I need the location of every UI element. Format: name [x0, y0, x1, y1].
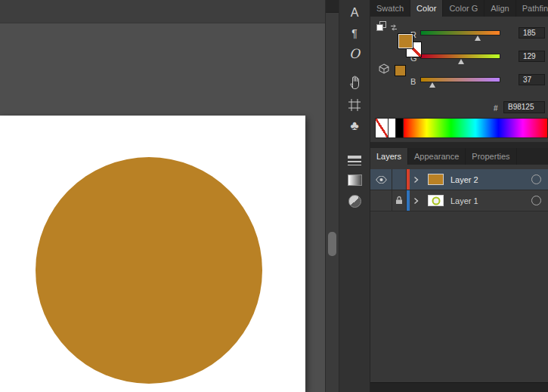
- hex-value-field[interactable]: B98125: [503, 101, 545, 113]
- glyphs-panel-icon[interactable]: O: [339, 46, 370, 61]
- fill-proxy-swatch[interactable]: [398, 33, 413, 49]
- symbols-panel-icon[interactable]: ♣: [339, 119, 370, 134]
- visibility-toggle[interactable]: [370, 190, 392, 211]
- artboard[interactable]: [0, 116, 305, 392]
- expand-chevron-icon[interactable]: [410, 197, 422, 205]
- blue-slider-thumb[interactable]: [429, 82, 435, 88]
- tab-align[interactable]: Align: [485, 0, 515, 17]
- tab-properties[interactable]: Properties: [466, 148, 516, 165]
- none-swatch[interactable]: [376, 119, 389, 137]
- blue-value-field[interactable]: 37: [519, 74, 545, 85]
- tab-appearance[interactable]: Appearance: [408, 148, 466, 165]
- artboards-panel-icon[interactable]: [339, 99, 370, 114]
- canvas-area[interactable]: [0, 0, 325, 392]
- scrollbar-cap: [326, 0, 339, 13]
- layer-name[interactable]: Layer 2: [450, 175, 478, 184]
- layer-thumbnail-artwork: [432, 196, 440, 205]
- paragraph-panel-icon[interactable]: ¶: [339, 27, 370, 39]
- red-slider-thumb[interactable]: [475, 35, 481, 41]
- black-swatch[interactable]: [396, 119, 404, 137]
- spectrum-ramp[interactable]: [404, 119, 547, 137]
- gradient-panel-icon[interactable]: [339, 174, 370, 186]
- layers-panel-tabbar: Layers Appearance Properties: [370, 148, 548, 165]
- layer-row-layer-2[interactable]: Layer 2: [370, 169, 548, 190]
- color-panel-tabbar: Swatch Color Color G Align Pathfin: [370, 0, 548, 17]
- green-slider-row: G 129: [370, 51, 548, 70]
- layer-name[interactable]: Layer 1: [450, 196, 478, 205]
- layer-thumbnail[interactable]: [428, 174, 444, 185]
- layers-panel-footer: [370, 382, 548, 392]
- layer-row-layer-1[interactable]: Layer 1: [370, 190, 548, 211]
- layers-panel: Layer 2 Layer 1: [370, 165, 548, 382]
- target-circle[interactable]: [531, 196, 541, 205]
- tab-color[interactable]: Color: [410, 0, 443, 17]
- green-value-field[interactable]: 129: [519, 51, 545, 62]
- blue-slider-track[interactable]: [420, 77, 500, 82]
- panel-icon-strip: A ¶ O ♣: [339, 0, 370, 392]
- stroke-panel-icon[interactable]: [339, 156, 370, 168]
- expand-chevron-icon[interactable]: [410, 176, 422, 184]
- color-panel: R 185 G 129 B 37: [370, 17, 548, 142]
- shaper-hand-icon[interactable]: [339, 76, 370, 93]
- color-spectrum-bar[interactable]: [375, 118, 548, 138]
- target-circle[interactable]: [531, 174, 541, 184]
- transparency-panel-icon[interactable]: [339, 195, 370, 208]
- blue-slider-label: B: [410, 77, 416, 86]
- tab-layers[interactable]: Layers: [370, 148, 408, 165]
- illustrator-workspace: A ¶ O ♣ Swatch Color Color G Align Pathf…: [0, 0, 548, 392]
- green-slider-thumb[interactable]: [458, 59, 464, 64]
- right-panel-dock: Swatch Color Color G Align Pathfin R: [370, 0, 548, 392]
- layer-thumbnail[interactable]: [428, 195, 444, 206]
- lock-toggle[interactable]: [392, 169, 407, 190]
- lock-icon: [395, 194, 403, 208]
- pasteboard-top-strip: [0, 0, 325, 23]
- blue-slider-row: B 37: [370, 74, 548, 94]
- eye-icon: [376, 173, 387, 187]
- visibility-toggle[interactable]: [370, 169, 392, 190]
- tab-swatches[interactable]: Swatch: [370, 0, 410, 17]
- white-swatch[interactable]: [389, 119, 396, 137]
- ellipse-artwork[interactable]: [36, 157, 262, 384]
- green-slider-track[interactable]: [420, 54, 500, 59]
- tab-pathfinder[interactable]: Pathfin: [516, 0, 548, 17]
- lock-toggle[interactable]: [392, 190, 407, 211]
- vertical-scrollbar[interactable]: [325, 0, 339, 392]
- red-value-field[interactable]: 185: [519, 27, 545, 39]
- red-slider-track[interactable]: [420, 30, 500, 35]
- tab-color-guide[interactable]: Color G: [443, 0, 485, 17]
- scrollbar-thumb[interactable]: [328, 232, 336, 256]
- hex-label: #: [494, 104, 498, 113]
- character-panel-icon[interactable]: A: [339, 6, 370, 20]
